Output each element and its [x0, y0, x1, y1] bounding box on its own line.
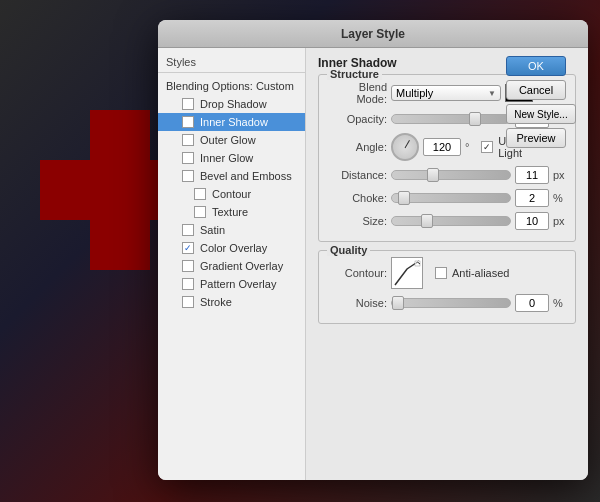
sidebar-item-blending[interactable]: Blending Options: Custom [158, 77, 305, 95]
size-row: Size: px [327, 212, 567, 230]
bevel-emboss-label: Bevel and Emboss [200, 170, 292, 182]
angle-line [405, 140, 410, 148]
distance-thumb[interactable] [427, 168, 439, 182]
layer-style-dialog: Layer Style Styles Blending Options: Cus… [158, 20, 588, 480]
styles-header: Styles [158, 52, 305, 70]
noise-thumb[interactable] [392, 296, 404, 310]
sidebar-item-inner-glow[interactable]: Inner Glow [158, 149, 305, 167]
sidebar-item-color-overlay[interactable]: Color Overlay [158, 239, 305, 257]
distance-input[interactable] [515, 166, 549, 184]
anti-aliased-label[interactable]: Anti-aliased [435, 267, 509, 279]
pattern-overlay-checkbox[interactable] [182, 278, 194, 290]
cross-vertical [90, 110, 150, 270]
opacity-label: Opacity: [327, 113, 387, 125]
sidebar-item-drop-shadow[interactable]: Drop Shadow [158, 95, 305, 113]
noise-unit: % [553, 297, 567, 309]
gradient-overlay-label: Gradient Overlay [200, 260, 283, 272]
contour-row: Contour: Anti-aliased [327, 257, 567, 289]
divider [158, 72, 305, 73]
angle-input[interactable] [423, 138, 461, 156]
opacity-slider[interactable] [391, 114, 511, 124]
sidebar-item-inner-shadow[interactable]: Inner Shadow [158, 113, 305, 131]
blend-mode-label: Blend Mode: [327, 81, 387, 105]
quality-group: Quality Contour: Anti-aliased [318, 250, 576, 324]
structure-label: Structure [327, 68, 382, 80]
dialog-title: Layer Style [341, 27, 405, 41]
color-overlay-checkbox[interactable] [182, 242, 194, 254]
noise-row: Noise: % [327, 294, 567, 312]
inner-glow-label: Inner Glow [200, 152, 253, 164]
size-unit: px [553, 215, 567, 227]
sidebar-item-outer-glow[interactable]: Outer Glow [158, 131, 305, 149]
left-panel: Styles Blending Options: Custom Drop Sha… [158, 48, 306, 480]
dialog-titlebar: Layer Style [158, 20, 588, 48]
blend-mode-value: Multiply [396, 87, 433, 99]
angle-dial[interactable] [391, 133, 419, 161]
choke-row: Choke: % [327, 189, 567, 207]
color-overlay-label: Color Overlay [200, 242, 267, 254]
distance-slider[interactable] [391, 170, 511, 180]
right-panel: Inner Shadow Structure Blend Mode: Multi… [306, 48, 588, 480]
new-style-button[interactable]: New Style... [506, 104, 576, 124]
stroke-label: Stroke [200, 296, 232, 308]
gradient-overlay-checkbox[interactable] [182, 260, 194, 272]
anti-aliased-checkbox[interactable] [435, 267, 447, 279]
use-global-light-checkbox[interactable] [481, 141, 493, 153]
sidebar-item-bevel-emboss[interactable]: Bevel and Emboss [158, 167, 305, 185]
sidebar-item-texture[interactable]: Texture [158, 203, 305, 221]
size-input[interactable] [515, 212, 549, 230]
dialog-body: Styles Blending Options: Custom Drop Sha… [158, 48, 588, 480]
noise-input[interactable] [515, 294, 549, 312]
preview-button[interactable]: Preview [506, 128, 566, 148]
outer-glow-checkbox[interactable] [182, 134, 194, 146]
satin-checkbox[interactable] [182, 224, 194, 236]
bevel-emboss-checkbox[interactable] [182, 170, 194, 182]
sidebar-item-gradient-overlay[interactable]: Gradient Overlay [158, 257, 305, 275]
choke-input[interactable] [515, 189, 549, 207]
quality-label: Quality [327, 244, 370, 256]
cancel-button[interactable]: Cancel [506, 80, 566, 100]
sidebar-item-stroke[interactable]: Stroke [158, 293, 305, 311]
inner-shadow-label: Inner Shadow [200, 116, 268, 128]
drop-shadow-label: Drop Shadow [200, 98, 267, 110]
sidebar-item-contour[interactable]: Contour [158, 185, 305, 203]
opacity-thumb[interactable] [469, 112, 481, 126]
size-slider[interactable] [391, 216, 511, 226]
ok-button[interactable]: OK [506, 56, 566, 76]
size-thumb[interactable] [421, 214, 433, 228]
texture-checkbox[interactable] [194, 206, 206, 218]
satin-label: Satin [200, 224, 225, 236]
noise-slider[interactable] [391, 298, 511, 308]
sidebar-item-satin[interactable]: Satin [158, 221, 305, 239]
distance-unit: px [553, 169, 567, 181]
sidebar-item-pattern-overlay[interactable]: Pattern Overlay [158, 275, 305, 293]
dropdown-arrow-icon: ▼ [488, 89, 496, 98]
size-label: Size: [327, 215, 387, 227]
blending-label: Blending Options: Custom [166, 80, 294, 92]
contour-preview[interactable] [391, 257, 423, 289]
anti-aliased-text: Anti-aliased [452, 267, 509, 279]
distance-row: Distance: px [327, 166, 567, 184]
angle-label: Angle: [327, 141, 387, 153]
contour-label: Contour: [327, 267, 387, 279]
distance-label: Distance: [327, 169, 387, 181]
choke-thumb[interactable] [398, 191, 410, 205]
button-panel: OK Cancel New Style... Preview [506, 56, 576, 148]
stroke-checkbox[interactable] [182, 296, 194, 308]
noise-label: Noise: [327, 297, 387, 309]
inner-glow-checkbox[interactable] [182, 152, 194, 164]
drop-shadow-checkbox[interactable] [182, 98, 194, 110]
contour-label: Contour [212, 188, 251, 200]
inner-shadow-checkbox[interactable] [182, 116, 194, 128]
choke-label: Choke: [327, 192, 387, 204]
angle-degree: ° [465, 141, 477, 153]
texture-label: Texture [212, 206, 248, 218]
pattern-overlay-label: Pattern Overlay [200, 278, 276, 290]
outer-glow-label: Outer Glow [200, 134, 256, 146]
choke-unit: % [553, 192, 567, 204]
contour-checkbox[interactable] [194, 188, 206, 200]
blend-mode-dropdown[interactable]: Multiply ▼ [391, 85, 501, 101]
choke-slider[interactable] [391, 193, 511, 203]
